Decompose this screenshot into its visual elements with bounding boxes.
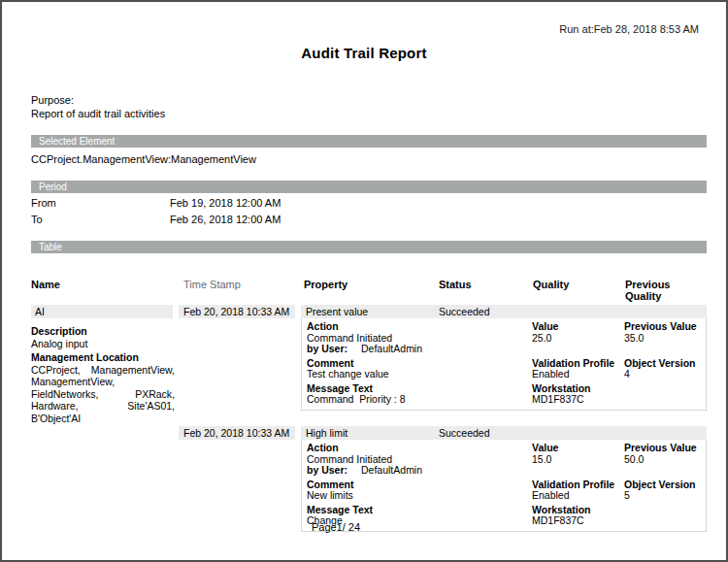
timestamp-cell: Feb 20, 2018 10:33 AM bbox=[179, 426, 301, 532]
property-status-band: Present value Succeeded bbox=[301, 305, 707, 318]
table-row-present-value: AI Description Analog input Management L… bbox=[31, 305, 707, 424]
property-value: Present value bbox=[301, 305, 439, 318]
column-header-status: Status bbox=[439, 279, 531, 302]
previous-value-field: Previous Value 35.0 bbox=[624, 321, 706, 355]
by-user-label: by User: bbox=[307, 464, 347, 476]
value-field: Value 15.0 bbox=[532, 443, 624, 477]
timestamp-value: Feb 20, 2018 10:33 AM bbox=[179, 305, 295, 318]
event-detail-box: Action Command Initiated by User:Default… bbox=[301, 318, 707, 411]
column-header-timestamp: Time Stamp bbox=[179, 279, 301, 302]
by-user-value: DefaultAdmin bbox=[361, 464, 422, 476]
validation-profile-value: Enabled bbox=[532, 369, 624, 380]
message-text-field: Message Text Command Priority : 8 bbox=[302, 383, 532, 406]
table-header-detail-columns: Property Status Quality Previous Quality bbox=[301, 279, 707, 302]
previous-value-value: 50.0 bbox=[624, 454, 706, 466]
value-field: Value 25.0 bbox=[532, 321, 624, 355]
action-field: Action Command Initiated by User:Default… bbox=[302, 321, 532, 355]
action-field: Action Command Initiated by User:Default… bbox=[302, 443, 532, 477]
by-user-field: by User:DefaultAdmin bbox=[307, 465, 522, 477]
run-at-timestamp: Run at:Feb 28, 2018 8:53 AM bbox=[2, 23, 699, 35]
description-label: Description bbox=[31, 325, 175, 338]
timestamp-value: Feb 20, 2018 10:33 AM bbox=[179, 426, 295, 440]
period-to-row: ToFeb 26, 2018 12:00 AM bbox=[31, 214, 726, 226]
management-location-label: Management Location bbox=[31, 351, 175, 364]
validation-profile-field: Validation Profile Enabled bbox=[532, 358, 624, 380]
action-label: Action bbox=[307, 443, 522, 454]
name-cell bbox=[31, 426, 179, 532]
report-page: Run at:Feb 28, 2018 8:53 AM Audit Trail … bbox=[0, 0, 728, 562]
by-user-field: by User:DefaultAdmin bbox=[307, 344, 522, 355]
value-label: Value bbox=[532, 443, 624, 454]
object-version-label: Object Version bbox=[624, 479, 706, 491]
selected-element-section-header: Selected Element bbox=[31, 135, 707, 148]
period-to-label: To bbox=[31, 214, 170, 226]
message-text-value: Command Priority : 8 bbox=[307, 394, 522, 406]
workstation-value: MD1F837C bbox=[532, 394, 624, 406]
status-value: Succeeded bbox=[439, 305, 531, 318]
object-version-field: Object Version 4 bbox=[624, 358, 706, 380]
validation-profile-field: Validation Profile Enabled bbox=[532, 479, 624, 502]
comment-field: Comment New limits bbox=[302, 479, 532, 502]
event-detail-box: Action Command Initiated by User:Default… bbox=[301, 440, 707, 532]
purpose-block: Purpose: Report of audit trail activitie… bbox=[31, 93, 726, 120]
value-value: 15.0 bbox=[532, 454, 624, 466]
management-location-value: CCProject, ManagementView, ManagementVie… bbox=[31, 364, 175, 425]
object-name: AI bbox=[31, 305, 173, 318]
column-header-previous-quality: Previous Quality bbox=[623, 279, 707, 302]
selected-element-value: CCProject.ManagementView:ManagementView bbox=[31, 153, 726, 165]
timestamp-cell: Feb 20, 2018 10:33 AM bbox=[179, 305, 301, 424]
period-from-row: FromFeb 19, 2018 12:00 AM bbox=[31, 197, 726, 210]
table-section-header: Table bbox=[31, 241, 707, 253]
object-details: Description Analog input Management Loca… bbox=[31, 325, 175, 424]
previous-value-field: Previous Value 50.0 bbox=[624, 443, 706, 477]
previous-value-value: 35.0 bbox=[624, 333, 706, 345]
detail-cell: High limit Succeeded Action Command Init… bbox=[301, 426, 707, 532]
value-value: 25.0 bbox=[532, 333, 624, 345]
by-user-label: by User: bbox=[307, 343, 347, 354]
period-from-label: From bbox=[31, 197, 170, 210]
table-row-high-limit: Feb 20, 2018 10:33 AM High limit Succeed… bbox=[31, 426, 707, 532]
detail-cell: Present value Succeeded Action Command I… bbox=[301, 305, 707, 424]
purpose-text: Report of audit trail activities bbox=[31, 107, 726, 120]
status-value: Succeeded bbox=[439, 426, 531, 440]
column-header-name: Name bbox=[31, 279, 179, 302]
object-version-value: 5 bbox=[624, 490, 706, 502]
page-number: Page1/ 24 bbox=[2, 521, 670, 533]
comment-value: Test change value bbox=[307, 369, 522, 380]
report-title: Audit Trail Report bbox=[2, 45, 726, 61]
period-to-value: Feb 26, 2018 12:00 AM bbox=[170, 214, 281, 225]
description-value: Analog input bbox=[31, 338, 175, 350]
object-version-label: Object Version bbox=[624, 358, 706, 370]
period-from-value: Feb 19, 2018 12:00 AM bbox=[170, 197, 281, 209]
name-cell: AI Description Analog input Management L… bbox=[31, 305, 179, 424]
previous-value-label: Previous Value bbox=[624, 443, 706, 454]
column-header-quality: Quality bbox=[531, 279, 623, 302]
comment-value: New limits bbox=[307, 490, 522, 502]
table-header-row: Name Time Stamp Property Status Quality … bbox=[31, 279, 707, 302]
empty-cell bbox=[624, 383, 706, 406]
action-label: Action bbox=[307, 321, 522, 333]
validation-profile-value: Enabled bbox=[532, 490, 624, 502]
value-label: Value bbox=[532, 321, 624, 333]
period-section-header: Period bbox=[31, 181, 707, 193]
property-status-band: High limit Succeeded bbox=[301, 426, 707, 440]
by-user-value: DefaultAdmin bbox=[361, 343, 422, 354]
purpose-label: Purpose: bbox=[31, 93, 726, 107]
column-header-property: Property bbox=[301, 279, 439, 302]
property-value: High limit bbox=[301, 426, 439, 440]
object-version-value: 4 bbox=[624, 369, 706, 380]
workstation-field: Workstation MD1F837C bbox=[532, 383, 624, 406]
comment-field: Comment Test change value bbox=[302, 358, 532, 380]
previous-value-label: Previous Value bbox=[624, 321, 706, 333]
object-version-field: Object Version 5 bbox=[624, 479, 706, 502]
